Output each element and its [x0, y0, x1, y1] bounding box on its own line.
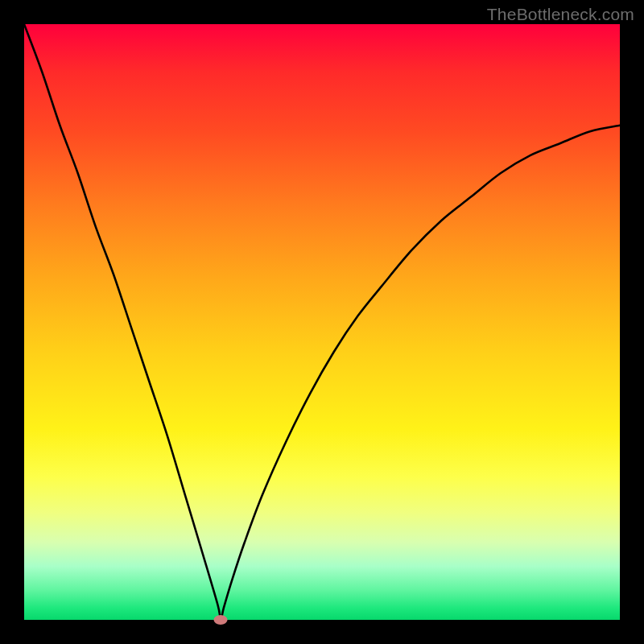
plot-area	[24, 24, 620, 620]
watermark-text: TheBottleneck.com	[487, 5, 634, 24]
chart-frame: TheBottleneck.com	[0, 0, 644, 644]
bottleneck-curve	[24, 24, 620, 620]
optimum-marker	[214, 615, 228, 625]
